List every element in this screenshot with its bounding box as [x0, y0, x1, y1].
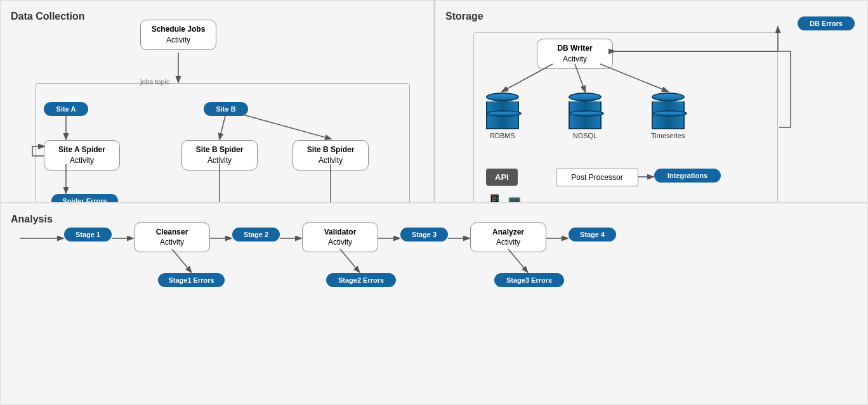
db-errors-pill: DB Errors [798, 16, 855, 30]
stage2-errors-pill: Stage2 Errors [326, 273, 396, 287]
post-processor-box: Post Processor [556, 169, 638, 186]
jobs-topic-label: jobs topic [140, 78, 169, 86]
timeseries-label: Timeseries [651, 132, 685, 139]
schedule-jobs-box: Schedule Jobs Activity [140, 20, 216, 50]
integrations-pill: Integrations [654, 169, 721, 183]
site-a-spider-box: Site A Spider Activity [44, 140, 120, 170]
stage1-errors-pill: Stage1 Errors [158, 273, 225, 287]
timeseries-cylinder: Timeseries [651, 93, 685, 139]
db-top-nosql [569, 93, 602, 101]
storage-panel: Storage DB Errors DB Writer Activity RDB… [434, 0, 868, 203]
site-a-pill: Site A [44, 102, 88, 116]
db-writer-box: DB Writer Activity [537, 39, 613, 69]
stage3-pill: Stage 3 [400, 228, 448, 241]
data-collection-title: Data Collection [11, 11, 423, 22]
site-b-spider-2-box: Site B Spider Activity [293, 140, 369, 170]
api-box: API [486, 169, 518, 186]
device-icons: 📱 💻 [486, 194, 523, 203]
validator-box: Validator Activity [302, 222, 378, 253]
site-b-spider-1-box: Site B Spider Activity [181, 140, 258, 170]
spider-errors-pill: Spider Errors [51, 194, 118, 203]
cleanser-box: Cleanser Activity [134, 222, 210, 253]
nosql-cylinder: NOSQL [569, 93, 602, 139]
db-top-timeseries [652, 93, 685, 101]
mobile-icon: 📱 [486, 194, 503, 203]
analyzer-box: Analyzer Activity [470, 222, 546, 253]
analysis-panel: Analysis Stage 1 Cleanser Activity Stage… [0, 203, 868, 406]
data-collection-panel: Data Collection Schedule Jobs Activity j… [0, 0, 434, 203]
storage-title: Storage [445, 11, 857, 22]
site-b-pill: Site B [204, 102, 248, 116]
tablet-icon: 💻 [506, 194, 523, 203]
svg-line-11 [600, 64, 667, 91]
rdbms-label: RDBMS [490, 132, 515, 139]
db-top-rdbms [486, 93, 519, 101]
rdbms-cylinder: RDBMS [486, 93, 519, 139]
main-container: Data Collection Schedule Jobs Activity j… [0, 0, 868, 405]
stage3-errors-pill: Stage3 Errors [494, 273, 564, 287]
stage2-pill: Stage 2 [232, 228, 280, 241]
stage4-pill: Stage 4 [569, 228, 616, 241]
stage1-pill: Stage 1 [64, 228, 112, 241]
nosql-label: NOSQL [573, 132, 598, 139]
